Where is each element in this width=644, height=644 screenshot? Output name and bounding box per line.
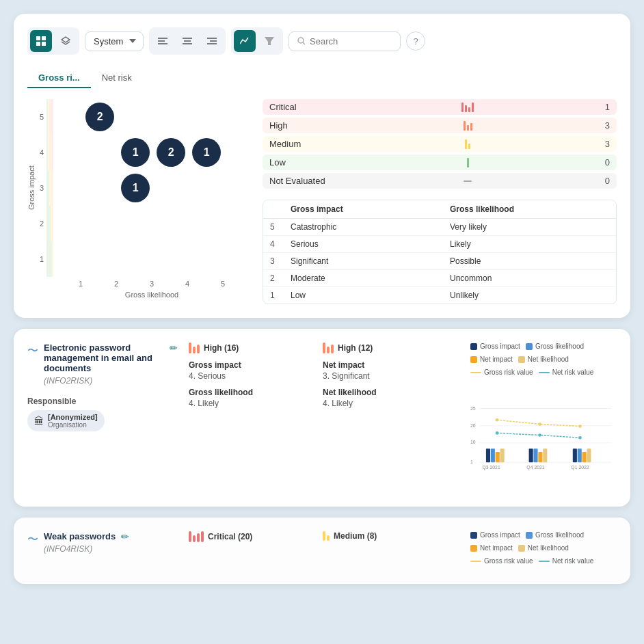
x-axis-label: Gross likelihood: [63, 291, 241, 299]
svg-marker-14: [265, 37, 274, 45]
edit-icon[interactable]: ✏: [170, 343, 178, 353]
bubble-3-4[interactable]: 1: [121, 138, 150, 167]
legend-gross-likelihood: Gross likelihood: [526, 343, 584, 350]
x-axis-labels: 1 2 3 4 5: [63, 280, 241, 288]
bar-gi-q1: [573, 448, 577, 462]
net-likelihood-label: Net likelihood: [323, 388, 459, 397]
legend2-net-risk: Net risk value: [539, 557, 594, 565]
legend-low-count: 0: [605, 157, 610, 167]
color-legend: Critical 1 High: [263, 99, 617, 189]
gross-likelihood-label: Gross likelihood: [189, 388, 312, 397]
impact-row-1: 1 Low Unlikely: [263, 287, 616, 304]
th-gross-likelihood: Gross likelihood: [450, 204, 609, 214]
y-label-3: 3: [40, 170, 44, 206]
edit-icon-2[interactable]: ✏: [121, 531, 129, 542]
svg-text:25: 25: [470, 406, 476, 411]
matrix-legend-section: Critical 1 High: [263, 99, 617, 304]
not-evaluated-swatch: [464, 180, 472, 182]
wave-icon-2: 〜: [27, 533, 38, 547]
toolbar: System ?: [27, 27, 617, 55]
layer-view-button[interactable]: [55, 30, 77, 52]
search-box[interactable]: [289, 31, 401, 51]
critical-swatch: [461, 103, 474, 112]
bubble-4-4[interactable]: 2: [157, 138, 185, 167]
legend-not-evaluated: Not Evaluated 0: [263, 173, 617, 189]
org-badge: 🏛 [Anonymized] Organisation: [27, 410, 105, 431]
tab-gross-risk[interactable]: Gross ri...: [27, 68, 91, 88]
svg-rect-2: [36, 42, 40, 46]
dot-gross-q4: [538, 422, 541, 426]
legend-dot-gross-impact: [470, 343, 477, 350]
legend-critical-label: Critical: [269, 102, 331, 112]
line-gross-risk: [497, 420, 580, 426]
matrix-cells-wrapper: 2 1 2 1 1: [46, 99, 53, 277]
risk-item-card-1: 〜 Electronic password management in emai…: [14, 329, 630, 507]
medium-score-section: Medium (8): [323, 531, 459, 541]
legend-low-label: Low: [269, 157, 331, 167]
y-label-2: 2: [40, 206, 44, 241]
risk-item-info: 〜 Electronic password management in emai…: [27, 343, 178, 431]
bar-nl-q1: [587, 448, 591, 462]
impact-table-header: Gross impact Gross likelihood: [263, 200, 616, 219]
cell-5-3: [52, 170, 53, 206]
view-toggle-group: [27, 27, 79, 55]
risk-tabs: Gross ri... Net risk: [27, 68, 617, 88]
legend-dot-net-impact: [470, 356, 477, 363]
align-left-button[interactable]: [152, 30, 174, 52]
cell-5-4: [52, 135, 53, 170]
bubble-2-5[interactable]: 2: [85, 103, 114, 131]
filter-button[interactable]: [258, 30, 280, 52]
legend2-net-impact: Net impact: [470, 544, 513, 552]
system-dropdown[interactable]: System: [85, 31, 144, 51]
bubble-5-4[interactable]: 1: [192, 138, 221, 167]
gross-likelihood-value: 4. Likely: [189, 399, 312, 408]
bar-gi-q3: [486, 448, 490, 462]
align-right-button[interactable]: [201, 30, 223, 52]
legend-low: Low 0: [263, 155, 617, 170]
gross-impact-value: 4. Serious: [189, 371, 312, 381]
legend-critical: Critical 1: [263, 99, 617, 115]
legend-high-count: 3: [605, 120, 610, 131]
svg-point-15: [298, 38, 304, 43]
x-label-5: 5: [205, 280, 241, 288]
legend2-gross-likelihood: Gross likelihood: [526, 531, 584, 539]
medium-swatch: [465, 139, 470, 149]
help-button[interactable]: ?: [406, 31, 425, 51]
legend-high-label: High: [269, 120, 331, 131]
bar-gi-q4: [529, 448, 533, 462]
legend-line-net-risk: [539, 372, 550, 373]
tab-net-risk[interactable]: Net risk: [91, 68, 143, 88]
legend-net-impact: Net impact: [470, 355, 513, 363]
align-center-button[interactable]: [176, 30, 198, 52]
y-label-1: 1: [40, 241, 44, 277]
legend-dot-gross-likelihood: [526, 343, 533, 350]
medium-score-icon: [323, 531, 330, 541]
net-likelihood-value: 4. Likely: [323, 399, 459, 408]
cell-5-1: [52, 241, 53, 277]
critical-score-section: Critical (20): [189, 531, 312, 542]
chart-view-button[interactable]: [234, 30, 256, 52]
risk-matrix: Gross impact 5 4 3 2 1: [27, 99, 241, 304]
risk-item-id: (INFO2RISK): [44, 376, 164, 386]
bar-gl-q1: [578, 448, 582, 462]
legend-medium-count: 3: [605, 139, 610, 149]
search-input[interactable]: [310, 36, 392, 46]
net-score-section: High (12) Net impact 3. Significant Net …: [323, 343, 459, 408]
legend-gross-impact: Gross impact: [470, 343, 520, 350]
bar-gl-q4: [533, 448, 537, 462]
dot-net-q1: [578, 436, 582, 440]
org-icon: 🏛: [34, 416, 44, 427]
legend-net-risk-value: Net risk value: [539, 368, 594, 376]
legend-gross-risk-value: Gross risk value: [470, 368, 533, 376]
x-label-1: 1: [63, 280, 98, 288]
net-impact-value: 3. Significant: [323, 371, 459, 381]
grid-view-button[interactable]: [30, 30, 52, 52]
bubble-3-3[interactable]: 1: [121, 174, 150, 202]
svg-text:Q4 2021: Q4 2021: [526, 465, 545, 470]
responsible-label: Responsible: [27, 397, 178, 406]
main-matrix-card: System ?: [14, 14, 630, 318]
x-label-3: 3: [134, 280, 170, 288]
svg-marker-4: [62, 37, 70, 42]
th-num: [270, 204, 291, 214]
cell-5-5: [52, 99, 53, 135]
